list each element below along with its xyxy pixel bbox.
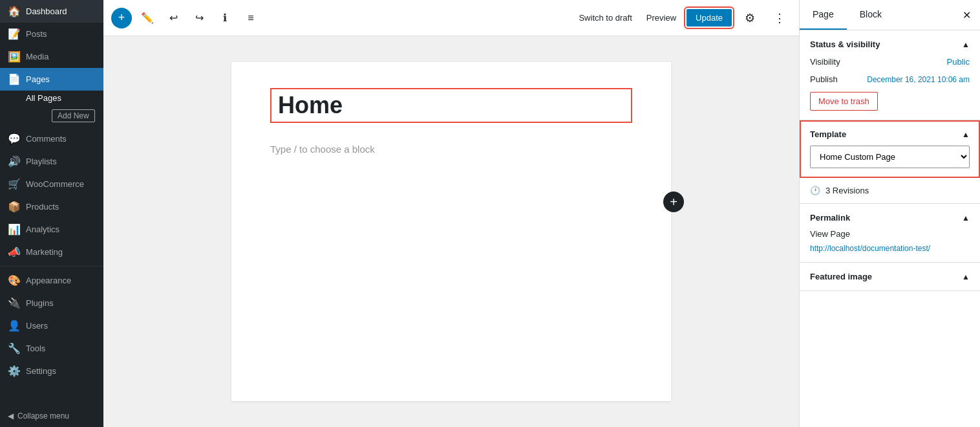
woocommerce-icon: 🛒 (8, 178, 21, 190)
sidebar-item-label: Posts (26, 29, 47, 39)
switch-to-draft-button[interactable]: Switch to draft (575, 10, 635, 25)
sidebar-item-playlists[interactable]: 🔊 Playlists (0, 150, 103, 173)
sidebar-sub-all-pages[interactable]: All Pages (0, 91, 103, 105)
settings-icon: ⚙️ (8, 365, 21, 377)
preview-button[interactable]: Preview (643, 10, 680, 25)
collapse-menu[interactable]: ◀ Collapse menu (0, 405, 103, 427)
list-view-icon[interactable]: ≡ (240, 8, 261, 28)
visibility-label: Visibility (810, 57, 840, 67)
sidebar-item-label: Products (26, 202, 59, 212)
visibility-value[interactable]: Public (947, 57, 970, 67)
template-title: Template (810, 129, 846, 139)
featured-image-title: Featured image (810, 272, 872, 281)
move-to-trash-wrapper: Move to trash (810, 84, 970, 111)
update-button[interactable]: Update (687, 9, 732, 27)
panel-close-button[interactable]: ✕ (953, 0, 980, 30)
analytics-icon: 📊 (8, 223, 21, 235)
media-icon: 🖼️ (8, 50, 21, 63)
sidebar-item-woocommerce[interactable]: 🛒 WooCommerce (0, 173, 103, 195)
sidebar-item-label: Pages (26, 74, 50, 84)
settings-gear-button[interactable]: ⚙ (738, 6, 762, 30)
pages-icon: 📄 (8, 73, 21, 85)
toolbar-right: Switch to draft Preview Update ⚙ ⋮ (575, 6, 791, 30)
appearance-icon: 🎨 (8, 274, 21, 287)
featured-image-section: Featured image ▲ (800, 263, 980, 291)
sidebar-item-media[interactable]: 🖼️ Media (0, 45, 103, 68)
revisions-clock-icon: 🕐 (810, 186, 820, 195)
sidebar-item-label: Marketing (26, 247, 63, 257)
sidebar-item-analytics[interactable]: 📊 Analytics (0, 218, 103, 241)
revisions-row[interactable]: 🕐 3 Revisions (800, 178, 980, 204)
playlists-icon: 🔊 (8, 155, 21, 168)
add-new-button[interactable]: Add New (52, 109, 95, 122)
sidebar-item-tools[interactable]: 🔧 Tools (0, 337, 103, 360)
editor-canvas: Type / to choose a block + (231, 62, 671, 401)
sidebar-item-label: Appearance (26, 276, 71, 285)
sidebar-item-label: Users (26, 321, 48, 331)
sidebar-item-label: WooCommerce (26, 179, 84, 189)
dashboard-icon: 🏠 (8, 5, 21, 17)
sidebar-item-plugins[interactable]: 🔌 Plugins (0, 292, 103, 314)
more-options-button[interactable]: ⋮ (768, 6, 791, 30)
panel-tabs: Page Block ✕ (800, 0, 980, 30)
status-visibility-chevron: ▲ (962, 40, 970, 49)
products-icon: 📦 (8, 201, 21, 213)
sidebar-item-settings[interactable]: ⚙️ Settings (0, 360, 103, 382)
sidebar-item-users[interactable]: 👤 Users (0, 314, 103, 337)
editor-area: Type / to choose a block + (103, 36, 799, 427)
sidebar-item-comments[interactable]: 💬 Comments (0, 127, 103, 150)
sidebar-item-marketing[interactable]: 📣 Marketing (0, 241, 103, 263)
view-page-label: View Page (810, 229, 970, 239)
sidebar-item-pages[interactable]: 📄 Pages (0, 68, 103, 91)
right-panel: Page Block ✕ Status & visibility ▲ Visib… (799, 0, 980, 427)
add-block-inline-button[interactable]: + (663, 192, 684, 212)
page-title-input[interactable] (270, 88, 632, 123)
sidebar-item-label: Settings (26, 366, 56, 376)
main-wrapper: + ✏️ ↩ ↪ ℹ ≡ Switch to draft Preview Upd… (103, 0, 799, 427)
users-icon: 👤 (8, 320, 21, 332)
comments-icon: 💬 (8, 133, 21, 145)
sidebar: 🏠 Dashboard 📝 Posts 🖼️ Media 📄 Pages All… (0, 0, 103, 427)
undo-icon[interactable]: ↩ (163, 8, 184, 28)
sidebar-item-label: Comments (26, 134, 67, 144)
sidebar-item-products[interactable]: 📦 Products (0, 195, 103, 218)
sidebar-item-dashboard[interactable]: 🏠 Dashboard (0, 0, 103, 23)
permalink-title: Permalink (810, 213, 850, 223)
sidebar-sub-add-new[interactable]: Add New (0, 105, 103, 127)
posts-icon: 📝 (8, 28, 21, 40)
sidebar-item-label: Analytics (26, 224, 59, 234)
tools-icon: 🔧 (8, 342, 21, 355)
publish-label: Publish (810, 74, 838, 84)
block-placeholder[interactable]: Type / to choose a block (270, 138, 632, 160)
sidebar-item-label: Playlists (26, 157, 57, 166)
collapse-label: Collapse menu (17, 411, 69, 421)
collapse-icon: ◀ (8, 411, 14, 421)
redo-icon[interactable]: ↪ (189, 8, 209, 28)
publish-row: Publish December 16, 2021 10:06 am (810, 74, 970, 84)
tab-block[interactable]: Block (847, 0, 895, 30)
template-select[interactable]: Home Custom Page Default Template Full W… (810, 146, 970, 168)
status-visibility-header[interactable]: Status & visibility ▲ (810, 39, 970, 49)
featured-image-header[interactable]: Featured image ▲ (810, 272, 970, 281)
marketing-icon: 📣 (8, 246, 21, 258)
permalink-section: Permalink ▲ View Page http://localhost/d… (800, 204, 980, 263)
sidebar-item-label: Plugins (26, 298, 54, 308)
move-to-trash-button[interactable]: Move to trash (810, 92, 878, 111)
sidebar-item-label: Dashboard (26, 6, 67, 16)
template-header[interactable]: Template ▲ (810, 129, 970, 139)
add-block-button[interactable]: + (111, 8, 132, 28)
template-section: Template ▲ Home Custom Page Default Temp… (800, 120, 980, 178)
plugins-icon: 🔌 (8, 297, 21, 309)
info-icon[interactable]: ℹ (215, 8, 235, 28)
sidebar-item-appearance[interactable]: 🎨 Appearance (0, 269, 103, 292)
publish-value[interactable]: December 16, 2021 10:06 am (867, 75, 970, 84)
toolbar: + ✏️ ↩ ↪ ℹ ≡ Switch to draft Preview Upd… (103, 0, 799, 36)
sidebar-item-posts[interactable]: 📝 Posts (0, 23, 103, 45)
tab-page[interactable]: Page (800, 0, 847, 30)
featured-image-chevron: ▲ (962, 272, 970, 281)
edit-icon[interactable]: ✏️ (137, 8, 158, 28)
permalink-header[interactable]: Permalink ▲ (810, 213, 970, 223)
template-chevron: ▲ (962, 130, 970, 139)
revisions-count: 3 Revisions (826, 186, 869, 195)
permalink-url[interactable]: http://localhost/documentation-test/ (810, 244, 970, 253)
